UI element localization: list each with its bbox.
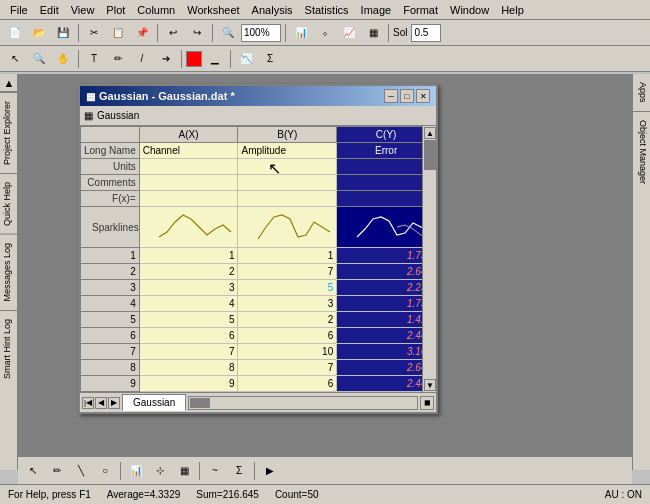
line-tool[interactable]: ╲ [70, 460, 92, 482]
col-header-a[interactable]: A(X) [139, 127, 238, 143]
text-btn[interactable]: T [83, 48, 105, 70]
scatter-btn[interactable]: ⬦ [314, 22, 336, 44]
menu-worksheet[interactable]: Worksheet [181, 2, 245, 18]
pointer-btn[interactable]: ↖ [4, 48, 26, 70]
units-a[interactable] [139, 159, 238, 175]
line2-btn[interactable]: / [131, 48, 153, 70]
formula-a[interactable] [139, 191, 238, 207]
scroll-up-btn[interactable]: ▲ [424, 127, 436, 139]
pan-btn[interactable]: ✋ [52, 48, 74, 70]
long-name-c[interactable]: Error [337, 143, 436, 159]
arrow-btn[interactable]: ➔ [155, 48, 177, 70]
redo-btn[interactable]: ↪ [186, 22, 208, 44]
circle-tool[interactable]: ○ [94, 460, 116, 482]
quick-help-tab[interactable]: Quick Help [0, 173, 17, 234]
bar-tool[interactable]: ▦ [173, 460, 195, 482]
save-btn[interactable]: 💾 [52, 22, 74, 44]
cell-c2[interactable]: 2.646 [337, 264, 436, 280]
horizontal-scrollbar[interactable] [188, 396, 418, 410]
tab-prev-btn[interactable]: ◀ [95, 397, 107, 409]
draw-tool[interactable]: ✏ [46, 460, 68, 482]
menu-image[interactable]: Image [355, 2, 398, 18]
cut-btn[interactable]: ✂ [83, 22, 105, 44]
bar-btn[interactable]: ▦ [362, 22, 384, 44]
cell-c3[interactable]: 2.236 [337, 280, 436, 296]
formula-c[interactable] [337, 191, 436, 207]
menu-format[interactable]: Format [397, 2, 444, 18]
cell-a1[interactable]: 1 [139, 248, 238, 264]
minimize-btn[interactable]: ─ [384, 89, 398, 103]
menu-statistics[interactable]: Statistics [299, 2, 355, 18]
long-name-a[interactable]: Channel [139, 143, 238, 159]
cell-a5[interactable]: 5 [139, 312, 238, 328]
cell-c6[interactable]: 2.449 [337, 328, 436, 344]
zoom2-btn[interactable]: 🔍 [28, 48, 50, 70]
tab-first-btn[interactable]: |◀ [82, 397, 94, 409]
menu-view[interactable]: View [65, 2, 101, 18]
cell-b7[interactable]: 10 [238, 344, 337, 360]
cell-a8[interactable]: 8 [139, 360, 238, 376]
col-header-c[interactable]: C(Y) [337, 127, 436, 143]
stat2-tool[interactable]: Σ [228, 460, 250, 482]
zoom-input[interactable] [241, 24, 281, 42]
cell-b2[interactable]: 7 [238, 264, 337, 280]
hscroll-thumb[interactable] [190, 398, 210, 408]
left-panel-arrow-up[interactable]: ▲ [0, 74, 18, 92]
cell-b9[interactable]: 6 [238, 376, 337, 392]
sheet-tab-gaussian[interactable]: Gaussian [122, 394, 186, 411]
zoom-btn[interactable]: 🔍 [217, 22, 239, 44]
long-name-b[interactable]: Amplitude [238, 143, 337, 159]
units-c[interactable] [337, 159, 436, 175]
cell-b3[interactable]: 5 [238, 280, 337, 296]
open-btn[interactable]: 📂 [28, 22, 50, 44]
scroll-thumb[interactable] [424, 140, 436, 170]
cell-a6[interactable]: 6 [139, 328, 238, 344]
cell-b1[interactable]: 1 [238, 248, 337, 264]
cell-b4[interactable]: 3 [238, 296, 337, 312]
sol-input[interactable] [411, 24, 441, 42]
cell-a7[interactable]: 7 [139, 344, 238, 360]
apps-tab[interactable]: Apps [633, 74, 650, 112]
comments-c[interactable] [337, 175, 436, 191]
units-b[interactable] [238, 159, 337, 175]
project-explorer-tab[interactable]: Project Explorer [0, 92, 17, 173]
plot2-btn[interactable]: 📉 [235, 48, 257, 70]
menu-file[interactable]: File [4, 2, 34, 18]
cell-a9[interactable]: 9 [139, 376, 238, 392]
object-manager-tab[interactable]: Object Manager [633, 112, 650, 192]
cell-c1[interactable]: 1.732 [337, 248, 436, 264]
smart-hint-tab[interactable]: Smart Hint Log [0, 310, 17, 387]
menu-help[interactable]: Help [495, 2, 530, 18]
linecolor-btn[interactable]: ▁ [204, 48, 226, 70]
cell-a4[interactable]: 4 [139, 296, 238, 312]
menu-column[interactable]: Column [131, 2, 181, 18]
menu-edit[interactable]: Edit [34, 2, 65, 18]
tab-next-btn[interactable]: ▶ [108, 397, 120, 409]
corner-scroll-btn[interactable]: ◼ [420, 396, 434, 410]
menu-plot[interactable]: Plot [100, 2, 131, 18]
ptr-tool[interactable]: ↖ [22, 460, 44, 482]
comments-a[interactable] [139, 175, 238, 191]
cell-a2[interactable]: 2 [139, 264, 238, 280]
graph-btn[interactable]: 📊 [290, 22, 312, 44]
cell-b5[interactable]: 2 [238, 312, 337, 328]
messages-log-tab[interactable]: Messages Log [0, 234, 17, 310]
formula-b[interactable] [238, 191, 337, 207]
graph-tool[interactable]: 📊 [125, 460, 147, 482]
cell-c9[interactable]: 2.449 [337, 376, 436, 392]
vertical-scrollbar[interactable]: ▲ ▼ [422, 126, 436, 392]
cell-b8[interactable]: 7 [238, 360, 337, 376]
cell-a3[interactable]: 3 [139, 280, 238, 296]
comments-b[interactable] [238, 175, 337, 191]
paste-btn[interactable]: 📌 [131, 22, 153, 44]
line-btn[interactable]: 📈 [338, 22, 360, 44]
new-btn[interactable]: 📄 [4, 22, 26, 44]
cell-b6[interactable]: 6 [238, 328, 337, 344]
undo-btn[interactable]: ↩ [162, 22, 184, 44]
fit-tool[interactable]: ~ [204, 460, 226, 482]
more-tool[interactable]: ▶ [259, 460, 281, 482]
maximize-btn[interactable]: □ [400, 89, 414, 103]
cell-c8[interactable]: 2.646 [337, 360, 436, 376]
draw-btn[interactable]: ✏ [107, 48, 129, 70]
stat-btn[interactable]: Σ [259, 48, 281, 70]
